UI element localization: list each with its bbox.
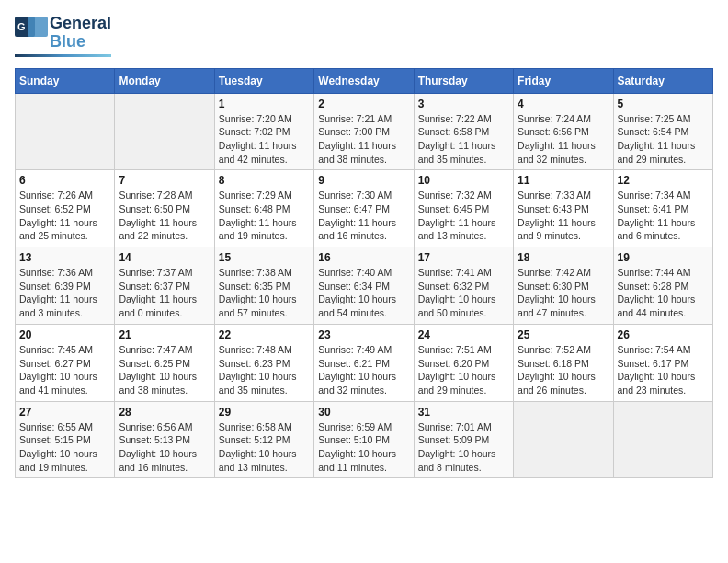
day-number: 21	[119, 328, 210, 341]
day-number: 18	[518, 251, 609, 264]
calendar-cell: 2Sunrise: 7:21 AMSunset: 7:00 PMDaylight…	[314, 93, 414, 170]
calendar-cell: 29Sunrise: 6:58 AMSunset: 5:12 PMDayligh…	[214, 401, 313, 478]
day-number: 11	[518, 174, 609, 187]
day-detail: Sunrise: 7:41 AMSunset: 6:32 PMDaylight:…	[418, 266, 509, 320]
day-number: 12	[618, 174, 709, 187]
calendar-cell	[115, 93, 214, 170]
day-detail: Sunrise: 7:36 AMSunset: 6:39 PMDaylight:…	[19, 266, 110, 320]
day-number: 28	[119, 406, 210, 419]
day-number: 13	[19, 251, 110, 264]
day-number: 8	[219, 174, 310, 187]
weekday-header-friday: Friday	[514, 68, 613, 93]
calendar-cell: 20Sunrise: 7:45 AMSunset: 6:27 PMDayligh…	[16, 324, 115, 401]
weekday-header-sunday: Sunday	[16, 68, 115, 93]
day-number: 27	[19, 406, 110, 419]
day-number: 6	[19, 174, 110, 187]
day-detail: Sunrise: 7:44 AMSunset: 6:28 PMDaylight:…	[618, 266, 709, 320]
calendar-table: SundayMondayTuesdayWednesdayThursdayFrid…	[15, 68, 713, 479]
day-number: 1	[219, 98, 310, 110]
logo: G General Blue	[15, 15, 111, 57]
calendar-cell: 27Sunrise: 6:55 AMSunset: 5:15 PMDayligh…	[16, 401, 115, 478]
calendar-cell: 23Sunrise: 7:49 AMSunset: 6:21 PMDayligh…	[314, 324, 414, 401]
day-detail: Sunrise: 7:25 AMSunset: 6:54 PMDaylight:…	[618, 112, 709, 167]
day-number: 30	[318, 406, 409, 419]
weekday-header-monday: Monday	[115, 68, 214, 93]
calendar-cell: 3Sunrise: 7:22 AMSunset: 6:58 PMDaylight…	[414, 93, 513, 170]
day-number: 22	[219, 328, 310, 341]
calendar-cell: 19Sunrise: 7:44 AMSunset: 6:28 PMDayligh…	[613, 247, 712, 325]
calendar-week-2: 6Sunrise: 7:26 AMSunset: 6:52 PMDaylight…	[16, 170, 713, 247]
weekday-header-thursday: Thursday	[414, 68, 513, 93]
day-number: 4	[518, 98, 609, 110]
calendar-week-4: 20Sunrise: 7:45 AMSunset: 6:27 PMDayligh…	[16, 324, 713, 401]
day-number: 3	[418, 98, 509, 110]
calendar-cell: 21Sunrise: 7:47 AMSunset: 6:25 PMDayligh…	[115, 324, 214, 401]
day-number: 25	[518, 328, 609, 341]
calendar-cell: 31Sunrise: 7:01 AMSunset: 5:09 PMDayligh…	[414, 401, 513, 478]
day-number: 15	[219, 251, 310, 264]
calendar-cell: 18Sunrise: 7:42 AMSunset: 6:30 PMDayligh…	[514, 247, 613, 325]
svg-text:G: G	[17, 21, 26, 32]
day-detail: Sunrise: 7:33 AMSunset: 6:43 PMDaylight:…	[518, 189, 609, 243]
day-detail: Sunrise: 7:52 AMSunset: 6:18 PMDaylight:…	[518, 343, 609, 397]
calendar-cell: 13Sunrise: 7:36 AMSunset: 6:39 PMDayligh…	[16, 247, 115, 325]
calendar-cell: 16Sunrise: 7:40 AMSunset: 6:34 PMDayligh…	[314, 247, 414, 325]
calendar-cell: 11Sunrise: 7:33 AMSunset: 6:43 PMDayligh…	[514, 170, 613, 247]
calendar-cell: 10Sunrise: 7:32 AMSunset: 6:45 PMDayligh…	[414, 170, 513, 247]
weekday-header-wednesday: Wednesday	[314, 68, 414, 93]
day-detail: Sunrise: 7:30 AMSunset: 6:47 PMDaylight:…	[318, 189, 409, 243]
day-number: 5	[618, 98, 709, 110]
calendar-cell: 6Sunrise: 7:26 AMSunset: 6:52 PMDaylight…	[16, 170, 115, 247]
day-detail: Sunrise: 6:55 AMSunset: 5:15 PMDaylight:…	[19, 420, 110, 475]
day-number: 19	[618, 251, 709, 264]
calendar-cell: 7Sunrise: 7:28 AMSunset: 6:50 PMDaylight…	[115, 170, 214, 247]
day-detail: Sunrise: 7:32 AMSunset: 6:45 PMDaylight:…	[418, 189, 509, 243]
calendar-cell: 24Sunrise: 7:51 AMSunset: 6:20 PMDayligh…	[414, 324, 513, 401]
calendar-cell	[613, 401, 712, 478]
day-detail: Sunrise: 7:38 AMSunset: 6:35 PMDaylight:…	[219, 266, 310, 320]
calendar-cell: 22Sunrise: 7:48 AMSunset: 6:23 PMDayligh…	[214, 324, 313, 401]
calendar-header: SundayMondayTuesdayWednesdayThursdayFrid…	[16, 68, 713, 93]
svg-rect-1	[28, 17, 48, 37]
calendar-week-3: 13Sunrise: 7:36 AMSunset: 6:39 PMDayligh…	[16, 247, 713, 325]
day-detail: Sunrise: 6:56 AMSunset: 5:13 PMDaylight:…	[119, 420, 210, 475]
day-detail: Sunrise: 7:37 AMSunset: 6:37 PMDaylight:…	[119, 266, 210, 320]
day-detail: Sunrise: 7:51 AMSunset: 6:20 PMDaylight:…	[418, 343, 509, 397]
day-detail: Sunrise: 7:45 AMSunset: 6:27 PMDaylight:…	[19, 343, 110, 397]
calendar-cell: 17Sunrise: 7:41 AMSunset: 6:32 PMDayligh…	[414, 247, 513, 325]
day-number: 26	[618, 328, 709, 341]
day-detail: Sunrise: 7:26 AMSunset: 6:52 PMDaylight:…	[19, 189, 110, 243]
day-detail: Sunrise: 7:21 AMSunset: 7:00 PMDaylight:…	[318, 112, 409, 167]
day-detail: Sunrise: 6:59 AMSunset: 5:10 PMDaylight:…	[318, 420, 409, 475]
day-detail: Sunrise: 7:22 AMSunset: 6:58 PMDaylight:…	[418, 112, 509, 167]
calendar-cell: 1Sunrise: 7:20 AMSunset: 7:02 PMDaylight…	[214, 93, 313, 170]
day-detail: Sunrise: 7:29 AMSunset: 6:48 PMDaylight:…	[219, 189, 310, 243]
page-header: G General Blue	[15, 15, 713, 57]
calendar-week-5: 27Sunrise: 6:55 AMSunset: 5:15 PMDayligh…	[16, 401, 713, 478]
day-detail: Sunrise: 7:34 AMSunset: 6:41 PMDaylight:…	[618, 189, 709, 243]
day-number: 17	[418, 251, 509, 264]
day-detail: Sunrise: 7:20 AMSunset: 7:02 PMDaylight:…	[219, 112, 310, 167]
day-detail: Sunrise: 7:47 AMSunset: 6:25 PMDaylight:…	[119, 343, 210, 397]
calendar-cell: 4Sunrise: 7:24 AMSunset: 6:56 PMDaylight…	[514, 93, 613, 170]
calendar-cell	[16, 93, 115, 170]
calendar-week-1: 1Sunrise: 7:20 AMSunset: 7:02 PMDaylight…	[16, 93, 713, 170]
calendar-cell: 12Sunrise: 7:34 AMSunset: 6:41 PMDayligh…	[613, 170, 712, 247]
day-detail: Sunrise: 7:24 AMSunset: 6:56 PMDaylight:…	[518, 112, 609, 167]
day-number: 2	[318, 98, 409, 110]
day-number: 14	[119, 251, 210, 264]
day-number: 31	[418, 406, 509, 419]
calendar-cell: 14Sunrise: 7:37 AMSunset: 6:37 PMDayligh…	[115, 247, 214, 325]
calendar-cell: 30Sunrise: 6:59 AMSunset: 5:10 PMDayligh…	[314, 401, 414, 478]
day-detail: Sunrise: 6:58 AMSunset: 5:12 PMDaylight:…	[219, 420, 310, 475]
calendar-cell: 5Sunrise: 7:25 AMSunset: 6:54 PMDaylight…	[613, 93, 712, 170]
day-detail: Sunrise: 7:54 AMSunset: 6:17 PMDaylight:…	[618, 343, 709, 397]
calendar-cell: 25Sunrise: 7:52 AMSunset: 6:18 PMDayligh…	[514, 324, 613, 401]
calendar-cell: 28Sunrise: 6:56 AMSunset: 5:13 PMDayligh…	[115, 401, 214, 478]
day-detail: Sunrise: 7:42 AMSunset: 6:30 PMDaylight:…	[518, 266, 609, 320]
calendar-cell: 9Sunrise: 7:30 AMSunset: 6:47 PMDaylight…	[314, 170, 414, 247]
day-detail: Sunrise: 7:28 AMSunset: 6:50 PMDaylight:…	[119, 189, 210, 243]
calendar-cell: 15Sunrise: 7:38 AMSunset: 6:35 PMDayligh…	[214, 247, 313, 325]
day-detail: Sunrise: 7:01 AMSunset: 5:09 PMDaylight:…	[418, 420, 509, 475]
weekday-header-saturday: Saturday	[613, 68, 712, 93]
